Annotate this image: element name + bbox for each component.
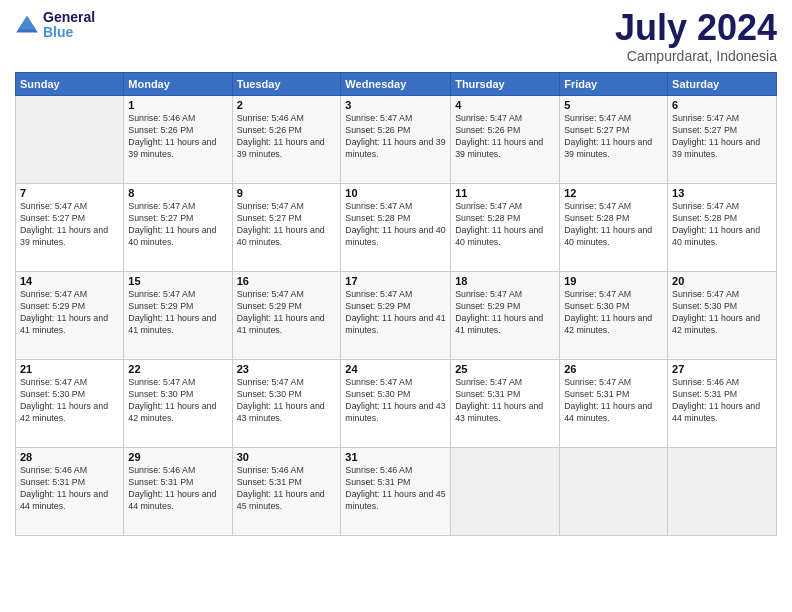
- table-row: 1 Sunrise: 5:46 AMSunset: 5:26 PMDayligh…: [124, 96, 232, 184]
- table-row: 20 Sunrise: 5:47 AMSunset: 5:30 PMDaylig…: [668, 272, 777, 360]
- table-row: [668, 448, 777, 536]
- day-info: Sunrise: 5:47 AMSunset: 5:29 PMDaylight:…: [20, 289, 119, 337]
- day-number: 26: [564, 363, 663, 375]
- day-info: Sunrise: 5:47 AMSunset: 5:27 PMDaylight:…: [564, 113, 663, 161]
- col-saturday: Saturday: [668, 73, 777, 96]
- day-info: Sunrise: 5:46 AMSunset: 5:31 PMDaylight:…: [345, 465, 446, 513]
- title-location: Campurdarat, Indonesia: [615, 48, 777, 64]
- table-row: 16 Sunrise: 5:47 AMSunset: 5:29 PMDaylig…: [232, 272, 341, 360]
- week-row-1: 1 Sunrise: 5:46 AMSunset: 5:26 PMDayligh…: [16, 96, 777, 184]
- day-info: Sunrise: 5:47 AMSunset: 5:28 PMDaylight:…: [672, 201, 772, 249]
- table-row: 27 Sunrise: 5:46 AMSunset: 5:31 PMDaylig…: [668, 360, 777, 448]
- table-row: 28 Sunrise: 5:46 AMSunset: 5:31 PMDaylig…: [16, 448, 124, 536]
- day-number: 12: [564, 187, 663, 199]
- day-number: 13: [672, 187, 772, 199]
- day-info: Sunrise: 5:47 AMSunset: 5:29 PMDaylight:…: [345, 289, 446, 337]
- day-info: Sunrise: 5:47 AMSunset: 5:27 PMDaylight:…: [128, 201, 227, 249]
- table-row: 2 Sunrise: 5:46 AMSunset: 5:26 PMDayligh…: [232, 96, 341, 184]
- day-number: 23: [237, 363, 337, 375]
- day-number: 9: [237, 187, 337, 199]
- day-info: Sunrise: 5:47 AMSunset: 5:28 PMDaylight:…: [345, 201, 446, 249]
- header-row: Sunday Monday Tuesday Wednesday Thursday…: [16, 73, 777, 96]
- day-info: Sunrise: 5:47 AMSunset: 5:30 PMDaylight:…: [345, 377, 446, 425]
- day-info: Sunrise: 5:47 AMSunset: 5:29 PMDaylight:…: [128, 289, 227, 337]
- day-info: Sunrise: 5:47 AMSunset: 5:29 PMDaylight:…: [455, 289, 555, 337]
- day-number: 8: [128, 187, 227, 199]
- day-number: 20: [672, 275, 772, 287]
- day-number: 11: [455, 187, 555, 199]
- table-row: 15 Sunrise: 5:47 AMSunset: 5:29 PMDaylig…: [124, 272, 232, 360]
- table-row: 21 Sunrise: 5:47 AMSunset: 5:30 PMDaylig…: [16, 360, 124, 448]
- table-row: 4 Sunrise: 5:47 AMSunset: 5:26 PMDayligh…: [451, 96, 560, 184]
- table-row: 23 Sunrise: 5:47 AMSunset: 5:30 PMDaylig…: [232, 360, 341, 448]
- day-number: 14: [20, 275, 119, 287]
- day-number: 19: [564, 275, 663, 287]
- table-row: 18 Sunrise: 5:47 AMSunset: 5:29 PMDaylig…: [451, 272, 560, 360]
- table-row: 10 Sunrise: 5:47 AMSunset: 5:28 PMDaylig…: [341, 184, 451, 272]
- table-row: 11 Sunrise: 5:47 AMSunset: 5:28 PMDaylig…: [451, 184, 560, 272]
- day-number: 31: [345, 451, 446, 463]
- table-row: 29 Sunrise: 5:46 AMSunset: 5:31 PMDaylig…: [124, 448, 232, 536]
- day-number: 10: [345, 187, 446, 199]
- day-info: Sunrise: 5:47 AMSunset: 5:27 PMDaylight:…: [237, 201, 337, 249]
- table-row: 3 Sunrise: 5:47 AMSunset: 5:26 PMDayligh…: [341, 96, 451, 184]
- day-info: Sunrise: 5:46 AMSunset: 5:31 PMDaylight:…: [672, 377, 772, 425]
- col-wednesday: Wednesday: [341, 73, 451, 96]
- table-row: [16, 96, 124, 184]
- day-number: 6: [672, 99, 772, 111]
- day-info: Sunrise: 5:47 AMSunset: 5:29 PMDaylight:…: [237, 289, 337, 337]
- table-row: 19 Sunrise: 5:47 AMSunset: 5:30 PMDaylig…: [560, 272, 668, 360]
- week-row-5: 28 Sunrise: 5:46 AMSunset: 5:31 PMDaylig…: [16, 448, 777, 536]
- day-number: 25: [455, 363, 555, 375]
- col-thursday: Thursday: [451, 73, 560, 96]
- col-sunday: Sunday: [16, 73, 124, 96]
- table-row: 30 Sunrise: 5:46 AMSunset: 5:31 PMDaylig…: [232, 448, 341, 536]
- day-info: Sunrise: 5:47 AMSunset: 5:28 PMDaylight:…: [455, 201, 555, 249]
- table-row: 12 Sunrise: 5:47 AMSunset: 5:28 PMDaylig…: [560, 184, 668, 272]
- day-info: Sunrise: 5:46 AMSunset: 5:31 PMDaylight:…: [237, 465, 337, 513]
- day-number: 2: [237, 99, 337, 111]
- title-block: July 2024 Campurdarat, Indonesia: [615, 10, 777, 64]
- day-info: Sunrise: 5:47 AMSunset: 5:30 PMDaylight:…: [564, 289, 663, 337]
- day-info: Sunrise: 5:47 AMSunset: 5:30 PMDaylight:…: [128, 377, 227, 425]
- day-number: 17: [345, 275, 446, 287]
- day-info: Sunrise: 5:46 AMSunset: 5:31 PMDaylight:…: [128, 465, 227, 513]
- day-number: 28: [20, 451, 119, 463]
- table-row: 5 Sunrise: 5:47 AMSunset: 5:27 PMDayligh…: [560, 96, 668, 184]
- day-number: 18: [455, 275, 555, 287]
- table-row: 14 Sunrise: 5:47 AMSunset: 5:29 PMDaylig…: [16, 272, 124, 360]
- week-row-2: 7 Sunrise: 5:47 AMSunset: 5:27 PMDayligh…: [16, 184, 777, 272]
- title-month: July 2024: [615, 10, 777, 46]
- day-info: Sunrise: 5:47 AMSunset: 5:26 PMDaylight:…: [455, 113, 555, 161]
- day-number: 4: [455, 99, 555, 111]
- day-number: 24: [345, 363, 446, 375]
- col-monday: Monday: [124, 73, 232, 96]
- day-number: 1: [128, 99, 227, 111]
- table-row: 13 Sunrise: 5:47 AMSunset: 5:28 PMDaylig…: [668, 184, 777, 272]
- table-row: 26 Sunrise: 5:47 AMSunset: 5:31 PMDaylig…: [560, 360, 668, 448]
- table-row: 9 Sunrise: 5:47 AMSunset: 5:27 PMDayligh…: [232, 184, 341, 272]
- day-info: Sunrise: 5:47 AMSunset: 5:28 PMDaylight:…: [564, 201, 663, 249]
- svg-marker-1: [18, 16, 36, 30]
- table-row: [451, 448, 560, 536]
- week-row-4: 21 Sunrise: 5:47 AMSunset: 5:30 PMDaylig…: [16, 360, 777, 448]
- day-info: Sunrise: 5:46 AMSunset: 5:31 PMDaylight:…: [20, 465, 119, 513]
- day-number: 5: [564, 99, 663, 111]
- day-info: Sunrise: 5:47 AMSunset: 5:31 PMDaylight:…: [455, 377, 555, 425]
- day-number: 16: [237, 275, 337, 287]
- col-tuesday: Tuesday: [232, 73, 341, 96]
- table-row: 17 Sunrise: 5:47 AMSunset: 5:29 PMDaylig…: [341, 272, 451, 360]
- page: General Blue July 2024 Campurdarat, Indo…: [0, 0, 792, 612]
- day-info: Sunrise: 5:47 AMSunset: 5:26 PMDaylight:…: [345, 113, 446, 161]
- calendar: Sunday Monday Tuesday Wednesday Thursday…: [15, 72, 777, 536]
- day-info: Sunrise: 5:47 AMSunset: 5:30 PMDaylight:…: [20, 377, 119, 425]
- day-number: 22: [128, 363, 227, 375]
- logo-text: General Blue: [43, 10, 95, 41]
- day-number: 30: [237, 451, 337, 463]
- table-row: 31 Sunrise: 5:46 AMSunset: 5:31 PMDaylig…: [341, 448, 451, 536]
- logo-icon: [15, 13, 39, 37]
- day-info: Sunrise: 5:47 AMSunset: 5:30 PMDaylight:…: [237, 377, 337, 425]
- day-number: 27: [672, 363, 772, 375]
- day-number: 15: [128, 275, 227, 287]
- logo: General Blue: [15, 10, 95, 41]
